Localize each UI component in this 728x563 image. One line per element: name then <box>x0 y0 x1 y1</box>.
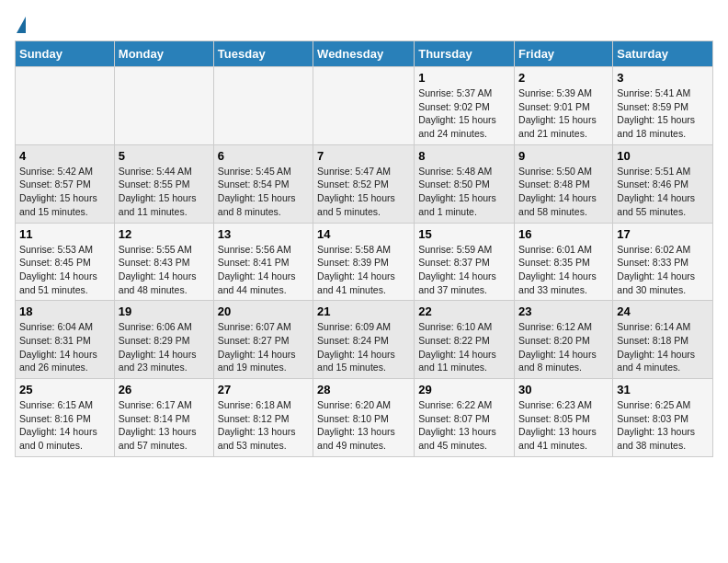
calendar-cell: 3Sunrise: 5:41 AM Sunset: 8:59 PM Daylig… <box>613 67 713 145</box>
logo-triangle-icon <box>17 17 26 33</box>
day-info: Sunrise: 5:55 AM Sunset: 8:43 PM Dayligh… <box>119 243 210 297</box>
day-info: Sunrise: 6:18 AM Sunset: 8:12 PM Dayligh… <box>218 398 309 453</box>
calendar-cell: 26Sunrise: 6:17 AM Sunset: 8:14 PM Dayli… <box>114 379 213 457</box>
calendar-cell: 13Sunrise: 5:56 AM Sunset: 8:41 PM Dayli… <box>213 223 313 301</box>
day-info: Sunrise: 6:04 AM Sunset: 8:31 PM Dayligh… <box>19 320 110 374</box>
day-number: 8 <box>418 149 510 163</box>
logo <box>15 15 26 31</box>
day-info: Sunrise: 6:14 AM Sunset: 8:18 PM Dayligh… <box>617 320 709 374</box>
calendar-cell: 5Sunrise: 5:44 AM Sunset: 8:55 PM Daylig… <box>114 144 213 223</box>
day-number: 9 <box>518 149 609 163</box>
calendar-cell: 19Sunrise: 6:06 AM Sunset: 8:29 PM Dayli… <box>114 301 213 379</box>
day-number: 15 <box>418 227 510 241</box>
day-number: 7 <box>317 149 410 163</box>
calendar-cell: 28Sunrise: 6:20 AM Sunset: 8:10 PM Dayli… <box>313 379 415 457</box>
calendar-cell: 20Sunrise: 6:07 AM Sunset: 8:27 PM Dayli… <box>213 301 313 379</box>
day-number: 2 <box>518 71 609 85</box>
day-info: Sunrise: 6:22 AM Sunset: 8:07 PM Dayligh… <box>418 398 510 453</box>
day-number: 13 <box>218 227 309 241</box>
day-number: 18 <box>19 304 110 318</box>
calendar-week-row: 11Sunrise: 5:53 AM Sunset: 8:45 PM Dayli… <box>16 223 713 301</box>
calendar-cell: 2Sunrise: 5:39 AM Sunset: 9:01 PM Daylig… <box>515 67 613 145</box>
calendar-cell: 18Sunrise: 6:04 AM Sunset: 8:31 PM Dayli… <box>16 301 115 379</box>
day-info: Sunrise: 6:25 AM Sunset: 8:03 PM Dayligh… <box>617 398 709 453</box>
day-number: 3 <box>617 71 709 85</box>
day-info: Sunrise: 5:50 AM Sunset: 8:48 PM Dayligh… <box>518 165 609 219</box>
day-info: Sunrise: 5:41 AM Sunset: 8:59 PM Dayligh… <box>617 86 709 141</box>
weekday-header-monday: Monday <box>114 41 213 67</box>
calendar-cell: 27Sunrise: 6:18 AM Sunset: 8:12 PM Dayli… <box>213 379 313 457</box>
calendar-week-row: 4Sunrise: 5:42 AM Sunset: 8:57 PM Daylig… <box>16 144 713 223</box>
calendar-cell: 31Sunrise: 6:25 AM Sunset: 8:03 PM Dayli… <box>613 379 713 457</box>
calendar-cell <box>114 67 213 145</box>
day-info: Sunrise: 6:12 AM Sunset: 8:20 PM Dayligh… <box>518 320 609 374</box>
day-info: Sunrise: 5:56 AM Sunset: 8:41 PM Dayligh… <box>218 243 309 297</box>
day-info: Sunrise: 5:45 AM Sunset: 8:54 PM Dayligh… <box>218 165 309 219</box>
calendar-body: 1Sunrise: 5:37 AM Sunset: 9:02 PM Daylig… <box>16 67 713 457</box>
day-info: Sunrise: 5:37 AM Sunset: 9:02 PM Dayligh… <box>418 86 510 141</box>
day-number: 28 <box>317 383 410 396</box>
day-info: Sunrise: 6:17 AM Sunset: 8:14 PM Dayligh… <box>119 398 210 453</box>
day-info: Sunrise: 6:10 AM Sunset: 8:22 PM Dayligh… <box>418 320 510 374</box>
calendar-cell: 25Sunrise: 6:15 AM Sunset: 8:16 PM Dayli… <box>16 379 115 457</box>
calendar-cell: 11Sunrise: 5:53 AM Sunset: 8:45 PM Dayli… <box>16 223 115 301</box>
calendar-week-row: 1Sunrise: 5:37 AM Sunset: 9:02 PM Daylig… <box>16 67 713 145</box>
day-number: 22 <box>418 304 510 318</box>
day-info: Sunrise: 6:23 AM Sunset: 8:05 PM Dayligh… <box>518 398 609 453</box>
day-number: 14 <box>317 227 410 241</box>
day-number: 30 <box>518 383 609 396</box>
day-info: Sunrise: 5:44 AM Sunset: 8:55 PM Dayligh… <box>119 165 210 219</box>
day-number: 25 <box>19 383 110 396</box>
day-number: 31 <box>617 383 709 396</box>
day-number: 23 <box>518 304 609 318</box>
day-info: Sunrise: 6:07 AM Sunset: 8:27 PM Dayligh… <box>218 320 309 374</box>
calendar-cell: 14Sunrise: 5:58 AM Sunset: 8:39 PM Dayli… <box>313 223 415 301</box>
calendar-cell: 21Sunrise: 6:09 AM Sunset: 8:24 PM Dayli… <box>313 301 415 379</box>
calendar-cell: 17Sunrise: 6:02 AM Sunset: 8:33 PM Dayli… <box>613 223 713 301</box>
weekday-header-saturday: Saturday <box>613 41 713 67</box>
day-info: Sunrise: 6:02 AM Sunset: 8:33 PM Dayligh… <box>617 243 709 297</box>
day-number: 6 <box>218 149 309 163</box>
day-info: Sunrise: 5:47 AM Sunset: 8:52 PM Dayligh… <box>317 165 410 219</box>
day-info: Sunrise: 5:51 AM Sunset: 8:46 PM Dayligh… <box>617 165 709 219</box>
calendar-cell: 6Sunrise: 5:45 AM Sunset: 8:54 PM Daylig… <box>213 144 313 223</box>
day-info: Sunrise: 5:58 AM Sunset: 8:39 PM Dayligh… <box>317 243 410 297</box>
calendar-cell: 22Sunrise: 6:10 AM Sunset: 8:22 PM Dayli… <box>415 301 515 379</box>
day-number: 24 <box>617 304 709 318</box>
day-info: Sunrise: 6:01 AM Sunset: 8:35 PM Dayligh… <box>518 243 609 297</box>
day-number: 17 <box>617 227 709 241</box>
day-number: 26 <box>119 383 210 396</box>
calendar-cell: 10Sunrise: 5:51 AM Sunset: 8:46 PM Dayli… <box>613 144 713 223</box>
day-info: Sunrise: 6:20 AM Sunset: 8:10 PM Dayligh… <box>317 398 410 453</box>
day-info: Sunrise: 5:39 AM Sunset: 9:01 PM Dayligh… <box>518 86 609 141</box>
day-number: 19 <box>119 304 210 318</box>
calendar-cell: 30Sunrise: 6:23 AM Sunset: 8:05 PM Dayli… <box>515 379 613 457</box>
day-number: 12 <box>119 227 210 241</box>
calendar-cell: 16Sunrise: 6:01 AM Sunset: 8:35 PM Dayli… <box>515 223 613 301</box>
calendar-cell: 29Sunrise: 6:22 AM Sunset: 8:07 PM Dayli… <box>415 379 515 457</box>
day-info: Sunrise: 6:09 AM Sunset: 8:24 PM Dayligh… <box>317 320 410 374</box>
weekday-header-sunday: Sunday <box>16 41 115 67</box>
day-number: 5 <box>119 149 210 163</box>
day-info: Sunrise: 5:53 AM Sunset: 8:45 PM Dayligh… <box>19 243 110 297</box>
calendar-cell <box>213 67 313 145</box>
day-number: 16 <box>518 227 609 241</box>
calendar-header: SundayMondayTuesdayWednesdayThursdayFrid… <box>16 41 713 67</box>
day-info: Sunrise: 5:48 AM Sunset: 8:50 PM Dayligh… <box>418 165 510 219</box>
day-number: 4 <box>19 149 110 163</box>
calendar-week-row: 25Sunrise: 6:15 AM Sunset: 8:16 PM Dayli… <box>16 379 713 457</box>
calendar-cell: 12Sunrise: 5:55 AM Sunset: 8:43 PM Dayli… <box>114 223 213 301</box>
calendar-cell: 7Sunrise: 5:47 AM Sunset: 8:52 PM Daylig… <box>313 144 415 223</box>
calendar-table: SundayMondayTuesdayWednesdayThursdayFrid… <box>15 40 713 457</box>
weekday-header-friday: Friday <box>515 41 613 67</box>
day-number: 21 <box>317 304 410 318</box>
day-info: Sunrise: 5:42 AM Sunset: 8:57 PM Dayligh… <box>19 165 110 219</box>
calendar-cell: 24Sunrise: 6:14 AM Sunset: 8:18 PM Dayli… <box>613 301 713 379</box>
calendar-cell: 4Sunrise: 5:42 AM Sunset: 8:57 PM Daylig… <box>16 144 115 223</box>
weekday-header-thursday: Thursday <box>415 41 515 67</box>
day-number: 1 <box>418 71 510 85</box>
day-number: 29 <box>418 383 510 396</box>
day-number: 27 <box>218 383 309 396</box>
calendar-cell: 8Sunrise: 5:48 AM Sunset: 8:50 PM Daylig… <box>415 144 515 223</box>
day-number: 20 <box>218 304 309 318</box>
